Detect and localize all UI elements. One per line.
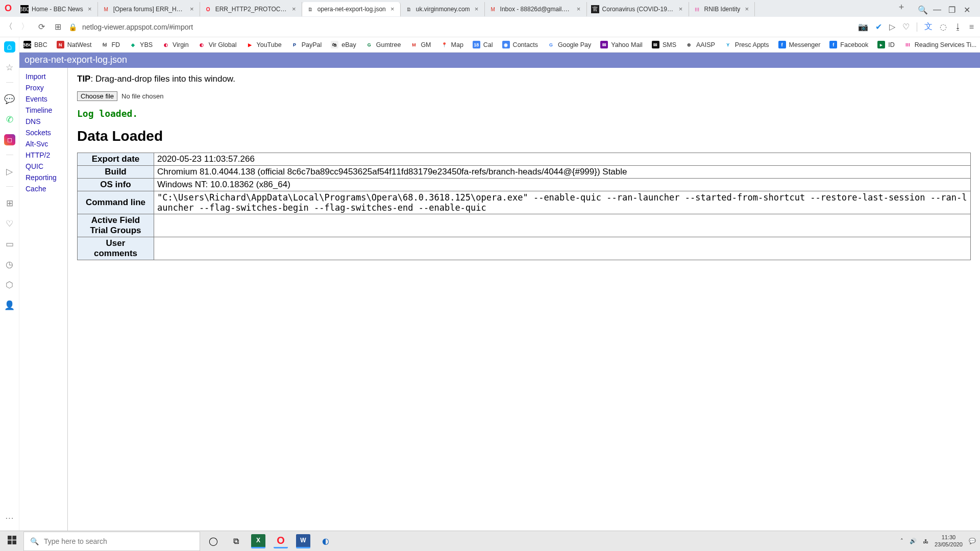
bookmark-item[interactable]: GGumtree	[365, 41, 401, 48]
close-tab-icon[interactable]: ×	[473, 6, 480, 13]
start-button[interactable]	[0, 536, 23, 546]
search-placeholder: Type here to search	[44, 537, 107, 545]
messenger-sidebar-icon[interactable]: 💬	[4, 93, 15, 105]
netlog-nav-item[interactable]: Import	[26, 71, 67, 82]
bookmark-item[interactable]: YPresc Appts	[724, 41, 769, 48]
bookmark-label: BBC	[34, 41, 47, 48]
bookmark-item[interactable]: fFacebook	[829, 41, 868, 48]
bookmark-item[interactable]: 📍Map	[440, 41, 463, 48]
badge-icon[interactable]: ✔	[875, 22, 882, 32]
browser-tab[interactable]: 官 Coronavirus (COVID-19) in ×	[587, 2, 689, 16]
app-taskbar-icon[interactable]: ◐	[318, 534, 333, 548]
bookmark-item[interactable]: 18Cal	[473, 41, 493, 48]
bookmark-item[interactable]: PPayPal	[291, 41, 322, 48]
translate-icon[interactable]: 文	[924, 21, 933, 32]
browser-tab[interactable]: ⁞⁞⁞ RNIB Identity ×	[689, 2, 755, 16]
lock-icon[interactable]: 🔒	[68, 23, 77, 31]
easy-setup-icon[interactable]: ≡	[969, 22, 974, 32]
bookmark-item[interactable]: ▶YouTube	[246, 41, 282, 48]
bookmark-item[interactable]: 🛍eBay	[331, 41, 356, 48]
close-tab-icon[interactable]: ×	[188, 6, 195, 13]
sidebar-more-icon[interactable]: ⋯	[4, 512, 15, 523]
close-window-button[interactable]: ✕	[964, 5, 971, 12]
tray-volume-icon[interactable]: 🔊	[910, 538, 917, 544]
tray-chevron-icon[interactable]: ˄	[900, 538, 903, 544]
bookmark-item[interactable]: ◆YBS	[129, 41, 153, 48]
opera-logo-icon[interactable]: O	[0, 0, 16, 17]
minimize-button[interactable]: —	[933, 5, 940, 12]
whatsapp-sidebar-icon[interactable]: ✆	[4, 114, 15, 125]
excel-taskbar-icon[interactable]: X	[251, 534, 265, 548]
choose-file-button[interactable]: Choose file	[77, 91, 117, 101]
bookmark-item[interactable]: ◉Contacts	[502, 41, 538, 48]
netlog-nav-item[interactable]: Alt-Svc	[26, 138, 67, 149]
close-tab-icon[interactable]: ×	[290, 6, 298, 13]
bookmark-item[interactable]: fdFD	[101, 41, 120, 48]
browser-tab[interactable]: O ERR_HTTP2_PROTOCOL_ER ×	[200, 2, 302, 16]
netlog-nav-item[interactable]: Sockets	[26, 127, 67, 138]
netlog-nav-item[interactable]: Events	[26, 93, 67, 105]
download-icon[interactable]: ⭳	[954, 22, 962, 32]
back-button[interactable]: 〈	[4, 22, 13, 32]
bookmark-icon: ◉	[502, 41, 510, 48]
netlog-nav-item[interactable]: QUIC	[26, 161, 67, 172]
browser-tab[interactable]: M [Opera forums] ERR_HTTP2 ×	[98, 2, 200, 16]
search-tabs-icon[interactable]: 🔍	[918, 5, 925, 12]
instagram-sidebar-icon[interactable]: ◻	[4, 134, 15, 145]
close-tab-icon[interactable]: ×	[743, 6, 750, 13]
bookmark-item[interactable]: ◐Vir Global	[198, 41, 237, 48]
maximize-button[interactable]: ❐	[948, 5, 955, 12]
word-taskbar-icon[interactable]: W	[296, 534, 310, 548]
bookmark-item[interactable]: ▸ID	[877, 41, 895, 48]
browser-tab[interactable]: M Inbox - 88826d@gmail.com ×	[485, 2, 587, 16]
sync-icon[interactable]: ◌	[940, 22, 947, 32]
heart-icon[interactable]: ♡	[902, 22, 910, 32]
bookmark-item[interactable]: ⁞⁞⁞Reading Services Ti...	[904, 41, 977, 48]
close-tab-icon[interactable]: ×	[575, 6, 582, 13]
forward-button[interactable]: 〉	[20, 22, 30, 32]
bookmark-item[interactable]: ⊛AAISP	[685, 41, 715, 48]
home-sidebar-icon[interactable]: ⌂	[4, 41, 15, 53]
bookmarks-sidebar-icon[interactable]: ☆	[4, 62, 15, 73]
bookmark-item[interactable]: MGM	[410, 41, 431, 48]
url-field[interactable]: 🔒 netlog-viewer.appspot.com/#import	[68, 23, 852, 31]
bookmark-item[interactable]: BBCBBC	[23, 41, 47, 48]
cortana-icon[interactable]: ◯	[206, 534, 220, 548]
new-tab-button[interactable]: +	[894, 0, 909, 17]
task-view-icon[interactable]: ⧉	[229, 534, 243, 548]
news-sidebar-icon[interactable]: ▭	[4, 238, 15, 249]
snapshot-icon[interactable]: 📷	[858, 22, 868, 32]
browser-tab[interactable]: BBC Home - BBC News ×	[16, 2, 98, 16]
tray-notifications-icon[interactable]: 💬	[969, 538, 976, 544]
bookmark-item[interactable]: GGoogle Pay	[547, 41, 591, 48]
netlog-nav-item[interactable]: Timeline	[26, 105, 67, 116]
extensions-sidebar-icon[interactable]: ⬡	[4, 279, 15, 290]
browser-tab[interactable]: 🗎 uk.virginmoney.com ×	[401, 2, 485, 16]
netlog-nav-item[interactable]: DNS	[26, 116, 67, 127]
tray-network-icon[interactable]: 🖧	[923, 538, 928, 544]
send-icon[interactable]: ▷	[889, 22, 895, 32]
bookmark-item[interactable]: ✉SMS	[652, 41, 676, 48]
netlog-nav-item[interactable]: HTTP/2	[26, 149, 67, 161]
browser-tab[interactable]: 🗎 opera-net-export-log.json ×	[302, 2, 401, 16]
close-tab-icon[interactable]: ×	[389, 6, 396, 13]
user-sidebar-icon[interactable]: 👤	[4, 299, 15, 311]
bookmark-item[interactable]: ✉Yahoo Mail	[600, 41, 643, 48]
tray-clock[interactable]: 11:30 23/05/2020	[935, 534, 963, 547]
flow-sidebar-icon[interactable]: ▷	[4, 166, 15, 177]
speed-dial-button[interactable]: ⊞	[53, 22, 62, 32]
bookmark-item[interactable]: ◐Virgin	[162, 41, 189, 48]
bookmark-item[interactable]: fMessenger	[778, 41, 821, 48]
netlog-nav-item[interactable]: Proxy	[26, 82, 67, 93]
heart-sidebar-icon[interactable]: ♡	[4, 218, 15, 229]
close-tab-icon[interactable]: ×	[86, 6, 93, 13]
opera-taskbar-icon[interactable]: O	[274, 534, 288, 548]
history-sidebar-icon[interactable]: ◷	[4, 259, 15, 270]
close-tab-icon[interactable]: ×	[677, 6, 684, 13]
netlog-nav-item[interactable]: Reporting	[26, 172, 67, 183]
taskbar-search[interactable]: 🔍 Type here to search	[23, 532, 200, 551]
bookmark-item[interactable]: NNatWest	[57, 41, 92, 48]
netlog-nav-item[interactable]: Cache	[26, 183, 67, 194]
reload-button[interactable]: ⟳	[37, 22, 46, 32]
workspaces-sidebar-icon[interactable]: ⊞	[4, 197, 15, 209]
